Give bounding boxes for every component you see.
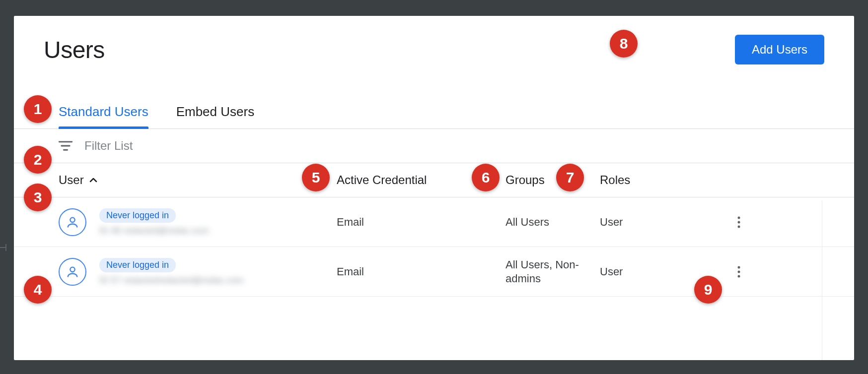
tab-standard-users[interactable]: Standard Users [59,104,148,128]
roles-cell: User [600,216,729,229]
svg-point-5 [70,217,74,222]
filter-icon [59,140,72,152]
annotation-7: 7 [556,164,584,191]
annotation-2: 2 [24,146,52,174]
user-cell: Never logged in ID 57 redactedredacted@r… [59,258,337,286]
filter-bar [14,129,854,163]
row-actions-button[interactable] [729,212,749,232]
add-users-button[interactable]: Add Users [735,35,824,64]
tabs: Standard Users Embed Users [14,74,854,129]
divider-vertical [822,200,822,360]
svg-point-6 [738,216,740,219]
annotation-5: 5 [302,164,330,191]
user-cell: Never logged in ID 48 redacted@redac.com [59,208,337,236]
person-icon [66,265,79,279]
annotation-9: 9 [694,276,722,304]
table-header: User Active Credential Groups Roles [14,163,854,197]
avatar [59,258,86,286]
groups-cell: All Users, Non-admins [506,258,590,285]
svg-point-12 [738,275,740,277]
users-panel: Users Add Users Standard Users Embed Use… [14,16,854,360]
svg-point-7 [738,221,740,223]
person-icon [66,215,79,229]
table-row[interactable]: Never logged in ID 57 redactedredacted@r… [14,247,854,297]
svg-point-9 [70,267,74,271]
kebab-icon [737,216,741,229]
credential-cell: Email [337,216,506,229]
row-actions-button[interactable] [729,262,749,282]
tab-embed-users[interactable]: Embed Users [176,104,255,128]
column-header-user[interactable]: User [59,173,337,187]
status-badge: Never logged in [99,258,176,272]
status-badge: Never logged in [99,208,176,223]
column-label-user: User [59,173,84,187]
user-detail-redacted: ID 48 redacted@redac.com [99,226,209,236]
column-header-roles[interactable]: Roles [600,173,729,187]
annotation-4: 4 [24,276,52,304]
user-meta: Never logged in ID 48 redacted@redac.com [99,208,209,236]
page-title: Users [44,36,105,63]
table-row[interactable]: Never logged in ID 48 redacted@redac.com… [14,197,854,247]
app-frame: Users Add Users Standard Users Embed Use… [0,0,868,374]
filter-input[interactable] [84,139,233,153]
avatar [59,208,86,236]
svg-point-8 [738,225,740,228]
column-header-groups[interactable]: Groups [506,173,600,187]
annotation-3: 3 [24,184,52,211]
groups-cell: All Users [506,215,590,229]
svg-point-10 [738,266,740,268]
user-detail-redacted: ID 57 redactedredacted@redac.com [99,275,243,286]
svg-point-11 [738,270,740,273]
annotation-6: 6 [472,164,500,191]
annotation-1: 1 [24,95,52,123]
cut-mark-icon [0,244,9,251]
user-meta: Never logged in ID 57 redactedredacted@r… [99,258,243,286]
page-header: Users Add Users [14,16,854,74]
credential-cell: Email [337,265,506,278]
annotation-8: 8 [610,30,638,58]
kebab-icon [737,265,741,278]
sort-ascending-icon [89,176,98,185]
